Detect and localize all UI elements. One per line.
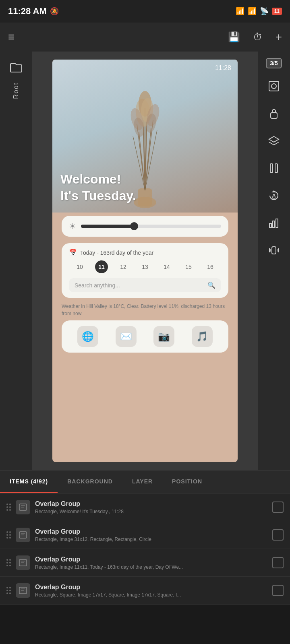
signal-icon: 📶 [236,7,244,16]
tab-layer[interactable]: LAYER [122,471,162,493]
calendar-widget: 📅 Today - 163rd day of the year 10 11 12… [62,243,228,298]
layer-item-1[interactable]: Overlap Group Rectangle, Image 31x12, Re… [0,521,290,549]
hero-time: 11:28 [215,64,231,72]
svg-rect-22 [270,164,273,173]
slider-fill [81,225,134,228]
add-button[interactable]: + [276,31,282,43]
layer-checkbox-1[interactable] [272,529,284,541]
cal-date-12[interactable]: 12 [117,260,130,273]
calendar-title: Today - 163rd day of the year [80,250,153,256]
search-icon[interactable]: 🔍 [207,281,215,289]
vibrate-tool[interactable] [264,241,284,260]
app-icon-browser[interactable]: 🌐 [77,326,98,347]
layer-thumb-0 [16,500,30,514]
canvas-area: 11:28 [32,52,258,470]
drag-handle-1[interactable] [6,531,11,539]
svg-rect-28 [276,219,278,227]
layer-desc-2: Rectangle, Image 11x11, Today - 163rd da… [35,564,228,570]
battery-icon: 11 [272,8,282,15]
panel-tabs: ITEMS (4/92) BACKGROUND LAYER POSITION [0,471,290,493]
left-sidebar: Root [0,52,32,470]
app-icon-instagram[interactable]: 📷 [153,326,174,347]
svg-marker-21 [269,136,279,142]
search-row[interactable]: Search anything... 🔍 [69,278,221,292]
drag-handle-2[interactable] [6,559,11,566]
bell-icon: 🔕 [50,7,59,16]
pause-tool[interactable] [264,159,284,178]
svg-point-19 [271,84,276,89]
wifi-icon: 📡 [260,7,269,16]
top-toolbar: ≡ 💾 ⏱ + [0,23,290,52]
toolbar-left: ≡ [8,31,14,43]
app-icon-mail[interactable]: ✉️ [116,326,137,347]
svg-rect-1 [138,188,152,206]
drag-handle-0[interactable] [6,504,11,511]
bottom-panel: ITEMS (4/92) BACKGROUND LAYER POSITION [0,470,290,605]
history-button[interactable]: ⏱ [253,31,263,43]
layer-thumb-3 [16,583,30,598]
layer-desc-0: Rectangle, Welcome! It's Tuesday., 11:28 [35,509,228,514]
root-label: Root [12,82,20,99]
page-indicator: 3/5 [266,58,282,68]
search-placeholder: Search anything... [75,282,204,289]
layer-name-3: Overlap Group [35,584,267,591]
menu-button[interactable]: ≡ [8,31,14,43]
svg-rect-26 [269,223,271,227]
layer-name-1: Overlap Group [35,528,267,535]
tab-background[interactable]: BACKGROUND [58,471,122,493]
layer-desc-1: Rectangle, Image 31x12, Rectangle, Recta… [35,537,228,542]
calendar-icon: 📅 [69,249,77,256]
brightness-slider[interactable] [81,225,221,228]
status-icons: 📶 📶 📡 11 [236,7,282,16]
layer-thumb-2 [16,555,30,570]
layer-info-3: Overlap Group Rectangle, Square, Image 1… [35,584,267,598]
cal-date-14[interactable]: 14 [160,260,173,273]
capture-tool[interactable] [264,76,284,96]
tab-position[interactable]: POSITION [162,471,212,493]
layer-checkbox-2[interactable] [272,557,284,568]
cal-date-16[interactable]: 16 [204,260,217,273]
cal-date-10[interactable]: 10 [73,260,86,273]
layer-item-0[interactable]: Overlap Group Rectangle, Welcome! It's T… [0,493,290,521]
folder-icon[interactable] [6,58,26,77]
rotate-lock-tool[interactable] [264,186,284,205]
app-launcher-widget: 🌐 ✉️ 📷 🎵 [62,320,228,353]
svg-rect-23 [275,164,278,173]
tab-items[interactable]: ITEMS (4/92) [0,471,58,493]
app-icon-music[interactable]: 🎵 [192,326,213,347]
layers-tool[interactable] [264,131,284,151]
signal-icon-2: 📶 [248,7,257,16]
phone-canvas: 11:28 [52,60,238,462]
lock-tool[interactable] [264,104,284,123]
svg-rect-20 [271,113,277,118]
layer-thumb-1 [16,528,30,542]
layer-item-2[interactable]: Overlap Group Rectangle, Image 11x11, To… [0,549,290,577]
chart-tool[interactable] [264,213,284,233]
toolbar-right: 💾 ⏱ + [228,31,282,43]
save-button[interactable]: 💾 [228,31,240,43]
weather-text: Weather in Hill Valley is 18°C, Clear. B… [52,303,238,317]
layer-list: Overlap Group Rectangle, Welcome! It's T… [0,493,290,605]
cal-date-13[interactable]: 13 [139,260,151,273]
layer-info-1: Overlap Group Rectangle, Image 31x12, Re… [35,528,267,542]
calendar-header: 📅 Today - 163rd day of the year [69,249,221,256]
layer-name-2: Overlap Group [35,556,267,563]
layer-checkbox-0[interactable] [272,502,284,513]
layer-desc-3: Rectangle, Square, Image 17x17, Square, … [35,592,228,598]
hero-image: 11:28 [52,60,238,213]
welcome-line1: Welcome! [60,172,121,186]
svg-rect-27 [273,221,275,227]
right-sidebar: 3/5 [258,52,290,470]
main-area: Root 11:28 [0,52,290,470]
layer-info-2: Overlap Group Rectangle, Image 11x11, To… [35,556,267,570]
svg-marker-24 [271,190,276,192]
layer-checkbox-3[interactable] [272,585,284,596]
svg-rect-25 [273,196,275,199]
drag-handle-3[interactable] [6,587,11,594]
layer-name-0: Overlap Group [35,500,267,508]
time-display: 11:28 AM [8,6,47,17]
cal-date-11[interactable]: 11 [95,260,108,273]
layer-item-3[interactable]: Overlap Group Rectangle, Square, Image 1… [0,577,290,605]
cal-date-15[interactable]: 15 [182,260,195,273]
brightness-widget[interactable]: ☀ [62,216,228,237]
